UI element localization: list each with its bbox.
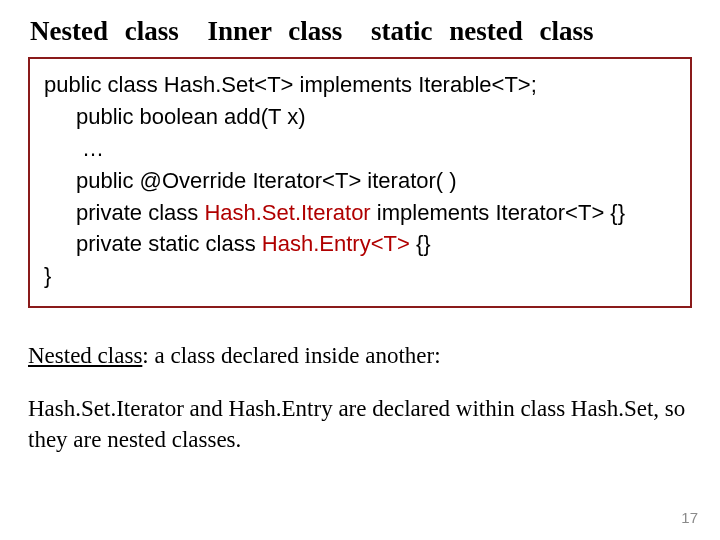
code-line-5a: private class: [76, 200, 204, 225]
code-line-6b: Hash.Entry<T>: [262, 231, 410, 256]
slide-title: Nested class Inner class static nested c…: [30, 16, 692, 47]
code-line-6: private static class Hash.Entry<T> {}: [44, 228, 676, 260]
code-line-6a: private static class: [76, 231, 262, 256]
paragraph-2: Hash.Set.Iterator and Hash.Entry are dec…: [28, 393, 692, 455]
code-line-5: private class Hash.Set.Iterator implemen…: [44, 197, 676, 229]
title-part-2: Inner class: [207, 16, 342, 46]
code-line-1: public class Hash.Set<T> implements Iter…: [44, 69, 676, 101]
code-line-5c: implements Iterator<T> {}: [371, 200, 625, 225]
paragraph-1: Nested class: a class declared inside an…: [28, 340, 692, 371]
code-line-3: …: [44, 133, 676, 165]
title-part-3: static nested class: [371, 16, 593, 46]
page-number: 17: [681, 509, 698, 526]
code-line-4: public @Override Iterator<T> iterator( ): [44, 165, 676, 197]
code-line-7: }: [44, 260, 676, 292]
code-box: public class Hash.Set<T> implements Iter…: [28, 57, 692, 308]
paragraph-1-rest: : a class declared inside another:: [142, 343, 440, 368]
body-text: Nested class: a class declared inside an…: [28, 340, 692, 455]
slide: Nested class Inner class static nested c…: [0, 0, 720, 540]
code-line-6c: {}: [410, 231, 431, 256]
code-line-5b: Hash.Set.Iterator: [204, 200, 370, 225]
nested-class-term: Nested class: [28, 343, 142, 368]
title-part-1: Nested class: [30, 16, 179, 46]
code-line-2: public boolean add(T x): [44, 101, 676, 133]
